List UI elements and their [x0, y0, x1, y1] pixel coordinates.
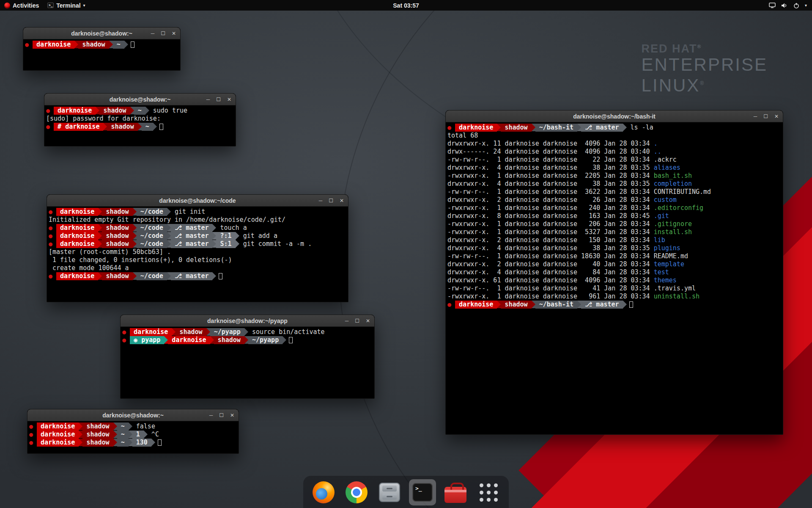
prompt-segment: shadow	[102, 208, 132, 216]
prompt-segment: shadow	[107, 123, 137, 131]
window-controls: ─☐✕	[319, 195, 344, 207]
activities-button[interactable]: Activities	[4, 2, 39, 9]
prompt-segment: ~	[113, 41, 124, 49]
terminal-body[interactable]: ● darknoise shadow ~ sudo true[sudo] pas…	[44, 105, 236, 132]
window-titlebar[interactable]: darknoise@shadow:~/pyapp─☐✕	[121, 315, 374, 327]
close-button[interactable]: ✕	[227, 97, 231, 102]
terminal-line: ● darknoise shadow ~/bash-it ⎇ master ls…	[447, 124, 781, 132]
powerline-arrow-icon	[138, 123, 142, 130]
minimize-button[interactable]: ─	[206, 97, 210, 102]
close-button[interactable]: ✕	[172, 31, 176, 36]
terminal-text: -rwxrwxr-x. 1 darknoise darknoise 961 Ja…	[447, 293, 654, 301]
maximize-button[interactable]: ☐	[355, 318, 359, 323]
terminal-text: -rw-rw-r--. 1 darknoise darknoise 22 Jan…	[447, 156, 677, 164]
powerline-arrow-icon	[129, 439, 132, 446]
terminal-text: ^C	[148, 431, 159, 439]
terminal-body[interactable]: ● darknoise shadow ~	[23, 39, 180, 50]
terminal-text: ●	[447, 301, 455, 309]
app-grid-dock-button[interactable]	[475, 479, 502, 505]
terminal-window: darknoise@shadow:~/pyapp─☐✕● darknoise s…	[120, 315, 375, 399]
clock[interactable]: Sat 03:57	[393, 2, 419, 9]
terminal-window: darknoise@shadow:~─☐✕● darknoise shadow …	[27, 409, 239, 454]
terminal-cursor	[159, 124, 163, 130]
close-button[interactable]: ✕	[774, 114, 779, 119]
window-controls: ─☐✕	[206, 94, 231, 105]
window-titlebar[interactable]: darknoise@shadow:~/bash-it─☐✕	[446, 110, 783, 122]
close-button[interactable]: ✕	[366, 318, 370, 323]
chrome-dock-button[interactable]	[343, 479, 370, 505]
terminal-body[interactable]: ● darknoise shadow ~/code git initInitia…	[47, 207, 348, 282]
terminal-line: ● darknoise shadow ~ sudo true	[46, 107, 234, 115]
terminal-line: ● darknoise shadow ~ false	[29, 422, 237, 431]
window-title: darknoise@shadow:~/code	[159, 197, 236, 204]
window-titlebar[interactable]: darknoise@shadow:~─☐✕	[23, 28, 180, 39]
terminal-line: -rwxrwxr-x. 1 darknoise darknoise 2205 J…	[447, 172, 781, 180]
window-titlebar[interactable]: darknoise@shadow:~─☐✕	[27, 409, 239, 421]
firefox-dock-button[interactable]	[310, 479, 337, 505]
terminal-text: .	[654, 140, 658, 148]
prompt-segment: darknoise	[168, 336, 210, 344]
prompt-segment: shadow	[102, 232, 132, 240]
prompt-segment: ~/code	[137, 240, 167, 248]
terminal-text: drwxrwxr-x. 4 darknoise darknoise 38 Jan…	[447, 164, 654, 172]
grid-dot	[487, 498, 491, 502]
terminal-line: -rw-rw-r--. 1 darknoise darknoise 41 Jan…	[447, 284, 781, 293]
terminal-text: plugins	[654, 244, 680, 252]
powerline-arrow-icon	[497, 124, 501, 131]
minimize-button[interactable]: ─	[151, 31, 155, 36]
terminal-line: ● darknoise shadow ~ 1 ^C	[29, 431, 237, 439]
grid-dot	[487, 491, 491, 494]
close-button[interactable]: ✕	[230, 413, 234, 418]
terminal-dock-button[interactable]: >_	[409, 479, 436, 505]
terminal-text: total 68	[447, 132, 478, 140]
window-titlebar[interactable]: darknoise@shadow:~/code─☐✕	[47, 195, 348, 207]
terminal-line: [sudo] password for darknoise:	[46, 115, 234, 123]
toolbox-dock-button[interactable]	[442, 479, 469, 505]
window-titlebar[interactable]: darknoise@shadow:~─☐✕	[44, 94, 236, 105]
registered-mark: ®	[700, 80, 705, 86]
close-button[interactable]: ✕	[340, 198, 344, 203]
window-controls: ─☐✕	[151, 28, 176, 39]
terminal-line: ● darknoise shadow ~ 130	[29, 439, 237, 447]
powerline-arrow-icon	[133, 240, 137, 248]
terminal-text: [sudo] password for darknoise:	[46, 115, 165, 123]
maximize-button[interactable]: ☐	[216, 97, 221, 102]
powerline-arrow-icon	[129, 431, 132, 438]
window-title: darknoise@shadow:~/pyapp	[207, 318, 288, 324]
powerline-arrow-icon	[577, 301, 581, 308]
minimize-button[interactable]: ─	[209, 413, 213, 418]
prompt-segment: ~	[117, 431, 129, 439]
prompt-segment: ?:1	[216, 232, 235, 240]
minimize-button[interactable]: ─	[754, 114, 757, 119]
prompt-segment: shadow	[501, 301, 531, 309]
maximize-button[interactable]: ☐	[219, 413, 224, 418]
terminal-text: bash_it.sh	[654, 172, 692, 180]
prompt-segment: darknoise	[54, 107, 96, 115]
terminal-text: -rwxrwxr-x. 1 darknoise darknoise 5327 J…	[447, 228, 654, 236]
terminal-body[interactable]: ● darknoise shadow ~/bash-it ⎇ master ls…	[446, 122, 783, 310]
maximize-button[interactable]: ☐	[329, 198, 333, 203]
terminal-body[interactable]: ● darknoise shadow ~ false● darknoise sh…	[27, 421, 239, 448]
terminal-text: drwxrwxr-x. 4 darknoise darknoise 84 Jan…	[447, 268, 654, 276]
terminal-text: ●	[49, 232, 56, 240]
minimize-button[interactable]: ─	[319, 198, 323, 203]
prompt-segment: ~/code	[137, 208, 167, 216]
maximize-button[interactable]: ☐	[161, 31, 165, 36]
prompt-segment: ⎇ master	[171, 232, 213, 240]
terminal-text: -rw-rw-r--. 1 darknoise darknoise 3622 J…	[447, 188, 711, 196]
files-dock-button[interactable]	[376, 479, 403, 505]
maximize-button[interactable]: ☐	[763, 114, 768, 119]
prompt-segment: darknoise	[37, 439, 79, 447]
terminal-text: drwxrwxr-x. 2 darknoise darknoise 26 Jan…	[447, 196, 654, 204]
terminal-body[interactable]: ● darknoise shadow ~/pyapp source bin/ac…	[121, 327, 374, 345]
prompt-segment: shadow	[214, 336, 244, 344]
powerline-arrow-icon	[98, 232, 102, 240]
terminal-text: themes	[654, 276, 677, 284]
minimize-button[interactable]: ─	[345, 318, 349, 323]
system-status-area[interactable]: ▾	[769, 3, 812, 8]
terminal-text: drwxrwxr-x. 2 darknoise darknoise 150 Ja…	[447, 236, 654, 244]
top-bar: Activities >_ Terminal ▾ Sat 03:57 ▾	[0, 0, 812, 11]
app-menu-terminal[interactable]: >_ Terminal ▾	[47, 2, 85, 9]
powerline-arrow-icon	[532, 124, 535, 131]
brand-redhat-text: RED HAT	[642, 42, 697, 55]
